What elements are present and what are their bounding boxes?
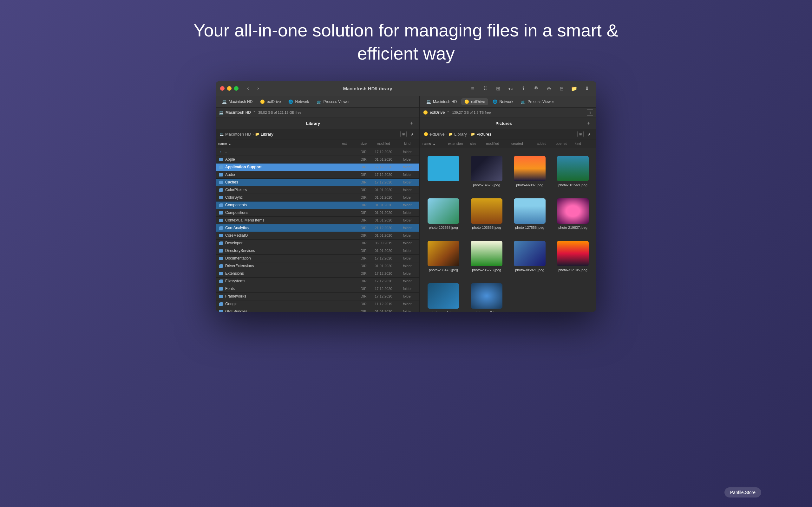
- list-item[interactable]: ColorSyncDIR01.01.2020folder: [216, 194, 419, 202]
- col-header-ext[interactable]: ext: [338, 142, 351, 146]
- col-header-size[interactable]: size: [351, 142, 367, 146]
- binoculars-button[interactable]: ⊕: [544, 83, 554, 94]
- list-item[interactable]: photo-305821.jpeg: [511, 238, 548, 274]
- list-item[interactable]: FilesystemsDIR17.12.2020folder: [216, 278, 419, 285]
- minimize-button[interactable]: [227, 86, 232, 91]
- right-add-tab-button[interactable]: +: [585, 119, 593, 127]
- list-item[interactable]: AppleDIR01.01.2020folder: [216, 156, 419, 164]
- col-header-name[interactable]: name ▲: [218, 142, 338, 146]
- file-kind: folder: [398, 302, 417, 306]
- right-disk-arrow[interactable]: ⌃: [447, 111, 450, 115]
- left-bc-part2[interactable]: Library: [261, 132, 273, 136]
- rcol-header-added[interactable]: added: [537, 142, 556, 146]
- right-bc-folder-icon: 📁: [449, 132, 453, 136]
- right-tab-network[interactable]: 🌐 Network: [490, 98, 516, 105]
- list-item[interactable]: Application SupportDIR17.12.2020folder: [216, 164, 419, 171]
- fullscreen-button[interactable]: [234, 86, 239, 91]
- list-item[interactable]: DirectoryServicesDIR01.01.2020folder: [216, 247, 419, 255]
- right-bc-view-toggle[interactable]: ⊞: [577, 131, 583, 137]
- rcol-header-size[interactable]: size: [470, 142, 486, 146]
- list-view-button[interactable]: ≡: [467, 83, 478, 94]
- list-item[interactable]: ↑..DIR17.12.2020folder: [216, 148, 419, 156]
- right-bc-part2[interactable]: Library: [454, 132, 467, 136]
- list-item[interactable]: FontsDIR17.12.2020folder: [216, 285, 419, 293]
- list-item[interactable]: photo-103665.jpeg: [468, 196, 505, 232]
- list-item[interactable]: photo-102558.jpeg: [425, 196, 462, 232]
- list-item[interactable]: DeveloperDIR06.09.2019folder: [216, 239, 419, 247]
- list-item[interactable]: FrameworksDIR17.12.2020folder: [216, 293, 419, 300]
- left-tab-process[interactable]: 📺 Process Viewer: [313, 98, 353, 105]
- right-tab-macintosh[interactable]: 💻 Macintosh HD: [423, 98, 460, 105]
- list-item[interactable]: photo-127556.jpeg: [511, 196, 548, 232]
- toggle-button[interactable]: ●○: [506, 83, 516, 94]
- left-disk-free: 39,02 GB of 121,12 GB free: [258, 111, 301, 114]
- list-item[interactable]: photo-xxx-1.jpeg: [425, 281, 462, 312]
- list-item[interactable]: photo-235473.jpeg: [425, 238, 462, 274]
- list-item[interactable]: DocumentationDIR17.12.2020folder: [216, 255, 419, 262]
- close-button[interactable]: [220, 86, 224, 91]
- rcol-header-modified[interactable]: modified: [486, 142, 511, 146]
- left-add-tab-button[interactable]: +: [408, 119, 415, 127]
- rcol-header-opened[interactable]: opened: [556, 142, 575, 146]
- left-disk-arrow[interactable]: ⌃: [253, 111, 256, 115]
- right-path-bar: Pictures +: [420, 118, 596, 129]
- rcol-header-created[interactable]: created: [511, 142, 537, 146]
- folder-icon: [218, 210, 223, 215]
- folder-icon: [218, 180, 223, 185]
- file-modified: 01.01.2020: [369, 264, 398, 268]
- right-bc-part1[interactable]: extDrive: [429, 132, 445, 136]
- list-item[interactable]: AudioDIR17.12.2020folder: [216, 171, 419, 179]
- left-tab-extdrive[interactable]: 🟡 extDrive: [257, 98, 284, 105]
- list-item[interactable]: ..: [425, 153, 462, 189]
- columns-view-button[interactable]: ⊞: [493, 83, 503, 94]
- rcol-header-ext[interactable]: extension: [448, 142, 470, 146]
- list-item[interactable]: ColorPickersDIR01.01.2020folder: [216, 186, 419, 194]
- list-item[interactable]: photo-312105.jpeg: [554, 238, 591, 274]
- folder-icon: [218, 157, 223, 162]
- left-bc-star[interactable]: ★: [409, 131, 415, 137]
- list-item[interactable]: CachesDIR17.12.2020folder: [216, 179, 419, 186]
- list-item[interactable]: GPUBundlesDIR01.01.2020folder: [216, 308, 419, 312]
- file-kind: folder: [398, 287, 417, 291]
- right-disk-selector-row: 🟡 extDrive ⌃ 139,27 GB of 1,5 TB free ⬆: [420, 108, 596, 118]
- right-bc-part3[interactable]: Pictures: [476, 132, 491, 136]
- left-bc-view-toggle[interactable]: ⊞: [400, 131, 407, 137]
- list-item[interactable]: photo-14676.jpeg: [468, 153, 505, 189]
- list-item[interactable]: photo-235773.jpeg: [468, 238, 505, 274]
- download-button[interactable]: ⬇: [582, 83, 592, 94]
- left-tab-macintosh[interactable]: 💻 Macintosh HD: [219, 98, 256, 105]
- grid-view-button[interactable]: ⠿: [480, 83, 490, 94]
- info-button[interactable]: ℹ: [518, 83, 528, 94]
- list-item[interactable]: GoogleDIR11.12.2019folder: [216, 300, 419, 308]
- left-tab-network[interactable]: 🌐 Network: [285, 98, 312, 105]
- hero-section: Your all-in-one solution for managing fi…: [184, 0, 628, 81]
- list-item[interactable]: photo-101569.jpeg: [554, 153, 591, 189]
- preview-button[interactable]: 👁: [531, 83, 541, 94]
- list-item[interactable]: photo-66997.jpeg: [511, 153, 548, 189]
- right-bc-star[interactable]: ★: [586, 131, 593, 137]
- left-bc-part1[interactable]: Macintosh HD: [225, 132, 251, 136]
- file-size: DIR: [351, 241, 367, 245]
- list-item[interactable]: ComponentsDIR01.01.2020folder: [216, 202, 419, 209]
- rcol-header-kind[interactable]: kind: [575, 142, 594, 146]
- folder-button[interactable]: 📁: [569, 83, 579, 94]
- folder-icon: [218, 187, 223, 192]
- left-tabs-row: 💻 Macintosh HD 🟡 extDrive 🌐 Network 📺 Pr…: [216, 96, 419, 108]
- list-item[interactable]: ExtensionsDIR17.12.2020folder: [216, 270, 419, 278]
- list-item[interactable]: photo-xxx-2.jpeg: [468, 281, 505, 312]
- forward-button[interactable]: ›: [254, 84, 263, 93]
- list-item[interactable]: CoreMediaIODIR01.01.2020folder: [216, 232, 419, 239]
- list-item[interactable]: photo-219837.jpeg: [554, 196, 591, 232]
- list-item[interactable]: CompositionsDIR01.01.2020folder: [216, 209, 419, 217]
- list-item[interactable]: Contextual Menu ItemsDIR01.01.2020folder: [216, 217, 419, 224]
- back-button[interactable]: ‹: [244, 84, 252, 93]
- right-tab-extdrive[interactable]: 🟡 extDrive: [461, 98, 488, 105]
- list-item[interactable]: DriverExtensionsDIR01.01.2020folder: [216, 262, 419, 270]
- folder-icon: [218, 309, 223, 312]
- rcol-header-name[interactable]: name ▲: [422, 142, 448, 146]
- col-header-kind[interactable]: kind: [398, 142, 417, 146]
- split-button[interactable]: ⊟: [556, 83, 566, 94]
- right-tab-process[interactable]: 📺 Process Viewer: [518, 98, 557, 105]
- col-header-modified[interactable]: modified: [369, 142, 398, 146]
- list-item[interactable]: CoreAnalyticsDIR21.12.2020folder: [216, 224, 419, 232]
